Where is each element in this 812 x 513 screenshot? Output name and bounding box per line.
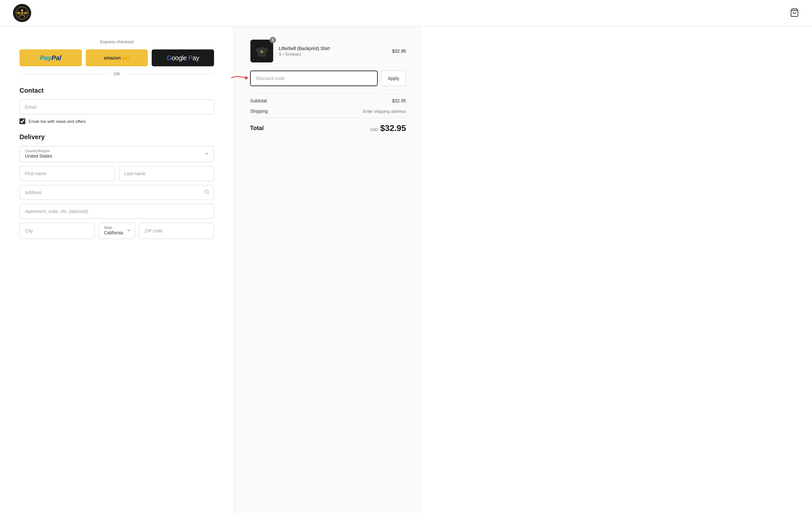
divider-top — [250, 94, 406, 94]
product-image-icon — [254, 43, 270, 59]
product-variant: S / Schwarz — [279, 52, 387, 57]
email-field[interactable] — [20, 100, 214, 114]
shipping-value: Enter shipping address — [363, 109, 406, 114]
total-currency: USD — [370, 128, 378, 132]
state-value: California — [104, 230, 123, 235]
amazon-pay-label: amazon pay — [104, 55, 129, 60]
total-value-wrapper: USD $32.95 — [370, 123, 406, 133]
paypal-button[interactable]: PayPal — [20, 49, 82, 66]
email-checkbox-label: Email me with news and offers — [29, 119, 86, 124]
express-checkout-label: Express checkout — [20, 39, 214, 44]
logo-icon — [16, 6, 29, 20]
name-row — [20, 166, 214, 181]
cart-icon[interactable] — [790, 8, 799, 18]
logo[interactable] — [13, 4, 31, 22]
main-layout: Express checkout PayPal amazon pay Googl… — [0, 26, 812, 513]
product-quantity-badge: 1 — [269, 37, 276, 43]
state-selector[interactable]: State California — [98, 223, 135, 239]
paypal-label: PayPal — [40, 54, 61, 62]
state-label: State — [104, 225, 123, 230]
shipping-label: Shipping — [250, 109, 268, 114]
subtotal-label: Subtotal — [250, 98, 267, 103]
product-image-wrapper: 1 — [250, 39, 273, 63]
email-row — [20, 100, 214, 114]
address-field[interactable] — [20, 185, 214, 200]
total-label: Total — [250, 125, 264, 132]
product-info: Lifterbell (Backprint) Shirt S / Schwarz — [279, 46, 387, 57]
or-text: OR — [114, 72, 120, 76]
subtotal-line: Subtotal $32.95 — [250, 96, 406, 106]
express-checkout-section: Express checkout PayPal amazon pay Googl… — [20, 39, 214, 76]
contact-title: Contact — [20, 87, 214, 94]
delivery-title: Delivery — [20, 133, 214, 141]
product-name: Lifterbell (Backprint) Shirt — [279, 46, 387, 51]
last-name-field[interactable] — [119, 166, 214, 181]
svg-point-11 — [205, 190, 208, 194]
or-divider: OR — [20, 72, 214, 76]
svg-point-1 — [21, 9, 23, 11]
total-line: Total USD $32.95 — [250, 119, 406, 137]
country-value: United States — [25, 154, 208, 159]
address-search-icon — [204, 190, 209, 196]
country-selector[interactable]: Country/Region United States — [20, 146, 214, 162]
checkout-form: Express checkout PayPal amazon pay Googl… — [0, 26, 234, 513]
city-state-zip-row: State California — [20, 223, 214, 239]
svg-line-12 — [208, 193, 209, 194]
subtotal-value: $32.95 — [392, 98, 406, 103]
divider-bottom — [250, 118, 406, 118]
google-pay-label: Google Pay — [167, 54, 199, 62]
address-wrapper — [20, 185, 214, 200]
apartment-field[interactable] — [20, 204, 214, 219]
first-name-field[interactable] — [20, 166, 115, 181]
email-checkbox-row: Email me with news and offers — [20, 118, 214, 124]
amazon-pay-button[interactable]: amazon pay — [86, 49, 148, 66]
svg-marker-17 — [245, 76, 249, 80]
google-pay-button[interactable]: Google Pay — [152, 49, 214, 66]
apply-button[interactable]: Apply — [381, 71, 406, 86]
header — [0, 0, 812, 26]
product-price: $32.95 — [392, 49, 406, 54]
discount-row: Apply — [250, 71, 406, 86]
product-item: 1 Lifterbell (Backprint) Shirt S / Schwa… — [250, 39, 406, 63]
email-checkbox[interactable] — [20, 118, 25, 124]
country-chevron-icon — [205, 152, 209, 157]
order-summary-panel: 1 Lifterbell (Backprint) Shirt S / Schwa… — [234, 26, 422, 513]
discount-code-field[interactable] — [250, 71, 378, 86]
state-chevron-icon — [126, 228, 131, 234]
city-field[interactable] — [20, 223, 94, 239]
shipping-line: Shipping Enter shipping address — [250, 106, 406, 116]
express-buttons: PayPal amazon pay Google Pay — [20, 49, 214, 66]
total-amount: $32.95 — [380, 123, 406, 133]
apartment-row — [20, 204, 214, 219]
svg-point-14 — [261, 50, 262, 51]
arrow-indicator — [231, 74, 249, 83]
country-label: Country/Region — [25, 149, 208, 153]
product-image — [250, 39, 273, 63]
zip-field[interactable] — [139, 223, 214, 239]
